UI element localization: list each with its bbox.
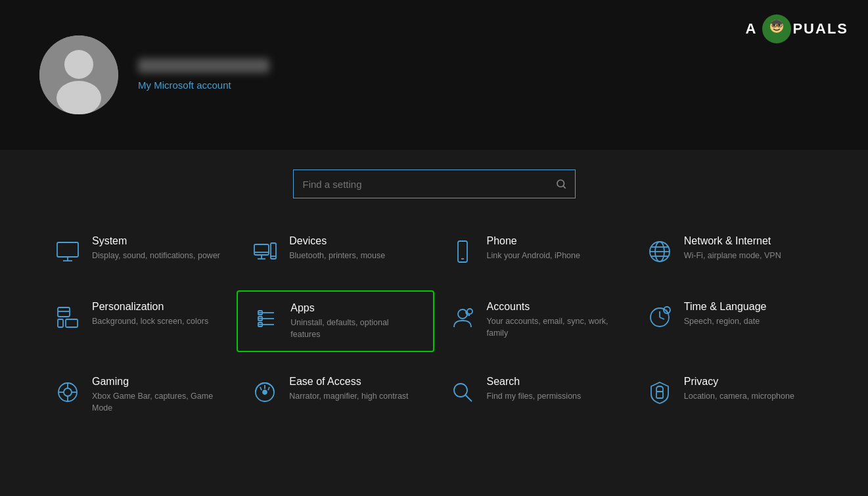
ease-icon (250, 377, 280, 407)
setting-item-phone[interactable]: PhoneLink your Android, iPhone (434, 225, 631, 277)
svg-line-42 (660, 317, 664, 319)
svg-point-46 (64, 388, 72, 396)
svg-rect-30 (58, 319, 63, 327)
svg-line-57 (465, 395, 472, 401)
site-logo: A PUALS (746, 13, 848, 45)
setting-text-ease: Ease of AccessNarrator, magnifier, high … (289, 376, 421, 403)
svg-point-6 (778, 24, 781, 26)
svg-point-55 (263, 390, 267, 394)
search-input[interactable] (293, 169, 576, 198)
setting-title-apps: Apps (290, 302, 419, 314)
svg-rect-12 (57, 242, 78, 257)
setting-text-privacy: PrivacyLocation, camera, microphone (684, 376, 815, 403)
setting-text-time: Time & LanguageSpeech, region, date (684, 301, 815, 328)
phone-icon (447, 237, 478, 267)
setting-title-personalization: Personalization (92, 301, 223, 313)
microsoft-account-link[interactable]: My Microsoft account (138, 79, 231, 91)
setting-title-ease: Ease of Access (289, 376, 421, 388)
logo-icon (761, 13, 792, 45)
monitor-icon (53, 237, 83, 267)
setting-desc-gaming: Xbox Game Bar, captures, Game Mode (92, 391, 223, 414)
logo-label: A (746, 20, 758, 37)
svg-rect-31 (66, 319, 78, 327)
privacy-icon (645, 377, 675, 407)
devices-icon (250, 237, 280, 267)
setting-item-gaming[interactable]: GamingXbox Game Bar, captures, Game Mode (39, 365, 237, 424)
user-avatar (39, 35, 118, 114)
username-blurred (138, 58, 269, 73)
setting-title-privacy: Privacy (684, 376, 815, 388)
setting-desc-apps: Uninstall, defaults, optional features (290, 317, 419, 340)
logo-rest: PUALS (792, 20, 848, 37)
setting-text-gaming: GamingXbox Game Bar, captures, Game Mode (92, 376, 223, 414)
setting-title-phone: Phone (487, 235, 618, 247)
user-info: My Microsoft account (138, 58, 269, 91)
setting-item-apps[interactable]: AppsUninstall, defaults, optional featur… (237, 290, 434, 352)
apps-icon (251, 304, 281, 334)
setting-desc-search: Find my files, permissions (487, 391, 618, 403)
svg-point-39 (467, 309, 472, 314)
setting-item-devices[interactable]: DevicesBluetooth, printers, mouse (237, 225, 434, 277)
svg-line-54 (268, 387, 269, 390)
setting-item-accounts[interactable]: AccountsYour accounts, email, sync, work… (434, 290, 631, 352)
setting-desc-accounts: Your accounts, email, sync, work, family (487, 316, 618, 339)
setting-title-accounts: Accounts (487, 301, 618, 313)
setting-text-phone: PhoneLink your Android, iPhone (487, 235, 618, 262)
setting-title-network: Network & Internet (684, 235, 815, 247)
setting-text-apps: AppsUninstall, defaults, optional featur… (290, 302, 419, 340)
search-box (293, 169, 576, 198)
svg-point-38 (458, 309, 467, 319)
setting-text-personalization: PersonalizationBackground, lock screen, … (92, 301, 223, 328)
setting-item-personalization[interactable]: PersonalizationBackground, lock screen, … (39, 290, 237, 352)
setting-title-time: Time & Language (684, 301, 815, 313)
setting-title-gaming: Gaming (92, 376, 223, 388)
setting-item-privacy[interactable]: PrivacyLocation, camera, microphone (631, 365, 829, 424)
svg-point-1 (64, 50, 93, 79)
accounts-icon (447, 302, 478, 332)
svg-line-11 (563, 186, 565, 188)
globe-icon (645, 237, 675, 267)
svg-line-52 (260, 387, 262, 390)
settings-grid: SystemDisplay, sound, notifications, pow… (39, 225, 829, 424)
setting-item-system[interactable]: SystemDisplay, sound, notifications, pow… (39, 225, 237, 277)
svg-point-5 (773, 24, 775, 26)
setting-desc-personalization: Background, lock screen, colors (92, 316, 223, 328)
svg-point-2 (57, 81, 101, 114)
time-icon: A (645, 302, 675, 332)
search-button[interactable] (547, 169, 576, 198)
setting-desc-system: Display, sound, notifications, power (92, 250, 223, 262)
setting-text-devices: DevicesBluetooth, printers, mouse (289, 235, 421, 262)
setting-desc-network: Wi-Fi, airplane mode, VPN (684, 250, 815, 262)
setting-desc-time: Speech, region, date (684, 316, 815, 328)
setting-desc-privacy: Location, camera, microphone (684, 391, 815, 403)
setting-title-devices: Devices (289, 235, 421, 247)
setting-title-system: System (92, 235, 223, 247)
svg-point-10 (557, 180, 564, 187)
setting-item-search[interactable]: SearchFind my files, permissions (434, 365, 631, 424)
paint-icon (53, 302, 83, 332)
setting-text-system: SystemDisplay, sound, notifications, pow… (92, 235, 223, 262)
setting-item-ease[interactable]: Ease of AccessNarrator, magnifier, high … (237, 365, 434, 424)
setting-desc-devices: Bluetooth, printers, mouse (289, 250, 421, 262)
svg-rect-28 (58, 307, 70, 317)
svg-rect-15 (254, 244, 269, 255)
setting-text-network: Network & InternetWi-Fi, airplane mode, … (684, 235, 815, 262)
setting-desc-phone: Link your Android, iPhone (487, 250, 618, 262)
svg-text:A: A (665, 309, 668, 313)
setting-desc-ease: Narrator, magnifier, high contrast (289, 391, 421, 403)
svg-rect-58 (656, 392, 663, 398)
main-content: SystemDisplay, sound, notifications, pow… (0, 150, 868, 438)
setting-title-search: Search (487, 376, 618, 388)
setting-text-accounts: AccountsYour accounts, email, sync, work… (487, 301, 618, 339)
setting-text-search: SearchFind my files, permissions (487, 376, 618, 403)
search2-icon (447, 377, 478, 407)
header-section: My Microsoft account A PUALS (0, 0, 868, 150)
search-container (39, 169, 829, 198)
gaming-icon (53, 377, 83, 407)
setting-item-network[interactable]: Network & InternetWi-Fi, airplane mode, … (631, 225, 829, 277)
setting-item-time[interactable]: A Time & LanguageSpeech, region, date (631, 290, 829, 352)
logo-text: A PUALS (746, 13, 848, 45)
